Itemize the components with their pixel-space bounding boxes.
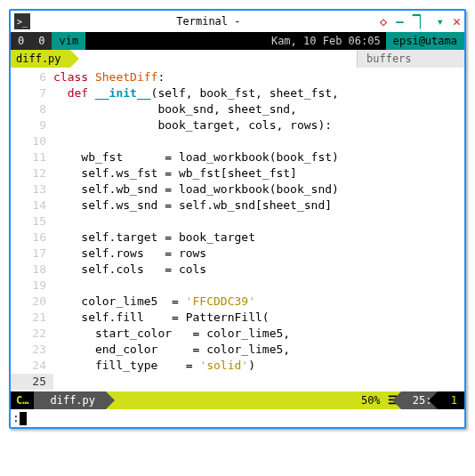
code-line: 20 color_lime5 = 'FFCDDC39' bbox=[11, 294, 464, 310]
status-seg-0: 0 bbox=[11, 32, 31, 50]
code-line: 17 self.rows = rows bbox=[11, 246, 464, 262]
line-number: 15 bbox=[11, 214, 53, 230]
line-content bbox=[53, 214, 464, 230]
line-content: book_snd, sheet_snd, bbox=[53, 101, 464, 117]
minimize-icon[interactable]: — bbox=[396, 14, 403, 28]
status-user: epsi@utama bbox=[386, 32, 464, 50]
line-number: 7 bbox=[11, 85, 53, 101]
line-content: book_target, cols, rows): bbox=[53, 117, 464, 133]
line-content bbox=[53, 374, 464, 390]
terminal-icon: >_ bbox=[14, 13, 30, 29]
close-icon[interactable]: ✕ bbox=[453, 13, 461, 29]
code-line: 6class SheetDiff: bbox=[11, 69, 464, 85]
code-line: 16 self.target = book_target bbox=[11, 230, 464, 246]
code-line: 14 self.ws_snd = self.wb_snd[sheet_snd] bbox=[11, 198, 464, 214]
code-line: 18 self.cols = cols bbox=[11, 262, 464, 278]
code-line: 25 bbox=[11, 374, 464, 390]
code-line: 22 start_color = color_lime5, bbox=[11, 326, 464, 342]
line-number: 19 bbox=[11, 278, 53, 294]
code-line: 11 wb_fst = load_workbook(book_fst) bbox=[11, 149, 464, 165]
code-line: 24 fill_type = 'solid') bbox=[11, 358, 464, 374]
line-content: end_color = color_lime5, bbox=[53, 342, 464, 358]
line-number: 9 bbox=[11, 117, 53, 133]
line-number: 21 bbox=[11, 310, 53, 326]
code-line: 8 book_snd, sheet_snd, bbox=[11, 101, 464, 117]
line-number: 6 bbox=[11, 69, 53, 85]
cursor bbox=[20, 412, 27, 425]
code-line: 21 self.fill = PatternFill( bbox=[11, 310, 464, 326]
code-line: 12 self.ws_fst = wb_fst[sheet_fst] bbox=[11, 165, 464, 182]
line-content: self.ws_snd = self.wb_snd[sheet_snd] bbox=[53, 198, 464, 214]
line-number: 10 bbox=[11, 133, 53, 149]
line-content: wb_fst = load_workbook(book_fst) bbox=[53, 149, 464, 165]
line-content: self.target = book_target bbox=[53, 230, 464, 246]
tab-active[interactable]: diff.py bbox=[11, 50, 70, 68]
line-content bbox=[53, 278, 464, 294]
line-number: 13 bbox=[11, 182, 53, 198]
code-line: 13 self.wb_snd = load_workbook(book_snd) bbox=[11, 182, 464, 198]
tmux-status-bar: 0 0 vim Kam, 10 Feb 06:05 epsi@utama bbox=[11, 32, 464, 50]
code-line: 15 bbox=[11, 214, 464, 230]
line-number: 16 bbox=[11, 230, 53, 246]
window-title: Terminal - bbox=[37, 15, 380, 28]
line-content: class SheetDiff: bbox=[53, 69, 464, 85]
line-number: 11 bbox=[11, 149, 53, 165]
line-content: self.ws_fst = wb_fst[sheet_fst] bbox=[53, 165, 464, 182]
line-number: 22 bbox=[11, 326, 53, 342]
titlebar: >_ Terminal - ◇ — ▔▏ ▾ ✕ bbox=[11, 11, 464, 32]
line-number: 23 bbox=[11, 342, 53, 358]
line-content: def __init__(self, book_fst, sheet_fst, bbox=[53, 85, 464, 101]
code-line: 19 bbox=[11, 278, 464, 294]
code-line: 9 book_target, cols, rows): bbox=[11, 117, 464, 133]
shade-icon[interactable]: ▾ bbox=[437, 14, 444, 28]
code-line: 10 bbox=[11, 133, 464, 149]
command-prompt: : bbox=[12, 411, 20, 424]
window-controls: ◇ — ▔▏ ▾ ✕ bbox=[380, 13, 461, 29]
line-number: 25 bbox=[11, 374, 53, 390]
status-col: 1 bbox=[438, 391, 464, 409]
line-number: 18 bbox=[11, 262, 53, 278]
line-content bbox=[53, 133, 464, 149]
terminal-body[interactable]: 0 0 vim Kam, 10 Feb 06:05 epsi@utama dif… bbox=[11, 32, 464, 427]
status-app: vim bbox=[52, 32, 85, 50]
vim-tabbar: diff.py buffers bbox=[11, 50, 464, 68]
line-content: color_lime5 = 'FFCDDC39' bbox=[53, 294, 464, 310]
line-content: start_color = color_lime5, bbox=[53, 326, 464, 342]
code-line: 7 def __init__(self, book_fst, sheet_fst… bbox=[11, 85, 464, 101]
line-number: 20 bbox=[11, 294, 53, 310]
line-content: self.fill = PatternFill( bbox=[53, 310, 464, 326]
code-line: 23 end_color = color_lime5, bbox=[11, 342, 464, 358]
line-content: self.wb_snd = load_workbook(book_snd) bbox=[53, 182, 464, 198]
line-content: self.cols = cols bbox=[53, 262, 464, 278]
status-date: Kam, 10 Feb 06:05 bbox=[85, 32, 386, 50]
terminal-window: >_ Terminal - ◇ — ▔▏ ▾ ✕ 0 0 vim Kam, 10… bbox=[9, 9, 466, 429]
vim-statusline: C… diff.py 50% ☰ 25: 1 bbox=[11, 391, 464, 409]
status-mode: C… bbox=[11, 391, 34, 409]
command-line[interactable]: : bbox=[11, 409, 464, 427]
roll-up-icon[interactable]: ◇ bbox=[380, 14, 387, 28]
line-number: 24 bbox=[11, 358, 53, 374]
line-number: 12 bbox=[11, 165, 53, 182]
status-file: diff.py bbox=[34, 391, 106, 409]
tab-spacer bbox=[70, 50, 357, 68]
status-percent: 50% bbox=[358, 391, 384, 409]
line-number: 17 bbox=[11, 246, 53, 262]
status-seg-1: 0 bbox=[31, 32, 52, 50]
maximize-icon[interactable]: ▔▏ bbox=[413, 14, 428, 28]
code-area[interactable]: 6class SheetDiff:7 def __init__(self, bo… bbox=[11, 68, 464, 391]
line-number: 14 bbox=[11, 198, 53, 214]
line-number: 8 bbox=[11, 101, 53, 117]
line-content: self.rows = rows bbox=[53, 246, 464, 262]
line-content: fill_type = 'solid') bbox=[53, 358, 464, 374]
tab-buffers[interactable]: buffers bbox=[357, 50, 464, 68]
